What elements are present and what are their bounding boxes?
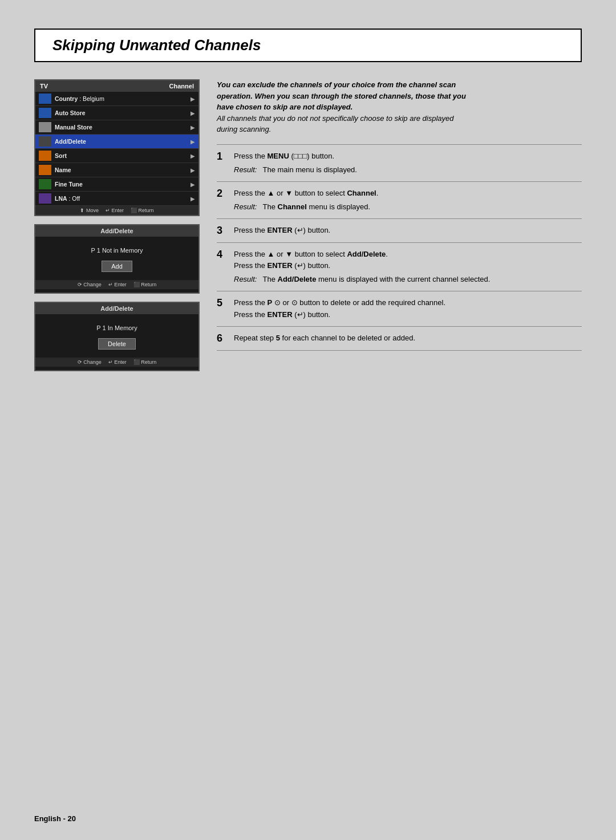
icon-name xyxy=(39,165,51,175)
step-5-number: 5 xyxy=(217,297,227,309)
menu-row-manualstore: Manual Store ▶ xyxy=(35,120,198,135)
footer1-return: ⬛ Return xyxy=(133,282,157,287)
menu-row-autostore: Auto Store ▶ xyxy=(35,106,198,120)
title-box: Skipping Unwanted Channels xyxy=(34,29,582,62)
footer2-enter: ↵ Enter xyxy=(108,359,127,365)
add-delete-header-2: Add/Delete xyxy=(35,303,198,314)
arrow-lna: ▶ xyxy=(191,196,195,202)
main-content: TV Channel Country : Belgium ▶ Auto Stor… xyxy=(34,79,582,379)
tv-label: TV xyxy=(40,83,48,90)
step-6-text: Repeat step 5 for each channel to be del… xyxy=(234,332,582,344)
arrow-autostore: ▶ xyxy=(191,110,195,116)
icon-sort xyxy=(39,151,51,161)
menu-row-sort: Sort ▶ xyxy=(35,149,198,163)
step-1-number: 1 xyxy=(217,151,227,163)
step-2: 2 Press the ▲ or ▼ button to select Chan… xyxy=(217,182,582,219)
menu-row-lna: LNA : Off ▶ xyxy=(35,192,198,206)
icon-lna xyxy=(39,193,51,204)
add-delete-header-1: Add/Delete xyxy=(35,225,198,237)
page-footer: English - 20 xyxy=(34,814,76,823)
menu-label-adddelete: Add/Delete xyxy=(55,138,191,145)
step-1-result: Result The main menu is displayed. xyxy=(234,164,582,176)
add-delete-panel-1: Add/Delete P 1 Not in Memory Add ⟳ Chang… xyxy=(34,224,200,294)
step-6-content: Repeat step 5 for each channel to be del… xyxy=(234,332,582,344)
step-3: 3 Press the ENTER (↵) button. xyxy=(217,219,582,243)
page: Skipping Unwanted Channels TV Channel Co… xyxy=(0,0,616,840)
step-4-content: Press the ▲ or ▼ button to select Add/De… xyxy=(234,249,582,285)
step-3-text: Press the ENTER (↵) button. xyxy=(234,225,582,236)
step-4-text2: Press the ENTER (↵) button. xyxy=(234,260,582,271)
page-title: Skipping Unwanted Channels xyxy=(52,36,564,54)
menu-label-name: Name xyxy=(55,167,191,173)
footer2-return: ⬛ Return xyxy=(133,359,157,365)
footer-text: English - 20 xyxy=(34,814,76,823)
arrow-name: ▶ xyxy=(191,167,195,173)
step-1-result-label: Result xyxy=(234,164,257,176)
arrow-manualstore: ▶ xyxy=(191,124,195,131)
steps-container: 1 Press the MENU (□□□) button. Result Th… xyxy=(217,144,582,351)
right-column: You can exclude the channels of your cho… xyxy=(217,79,582,379)
footer1-change: ⟳ Change xyxy=(78,282,102,287)
channel-info-1: P 1 Not in Memory xyxy=(40,247,194,254)
step-6-number: 6 xyxy=(217,332,227,344)
step-4-result-label: Result xyxy=(234,274,257,285)
add-delete-footer-1: ⟳ Change ↵ Enter ⬛ Return xyxy=(35,280,198,289)
step-3-number: 3 xyxy=(217,225,227,237)
menu-label-autostore: Auto Store xyxy=(55,109,191,116)
tv-menu-screenshot: TV Channel Country : Belgium ▶ Auto Stor… xyxy=(34,79,200,216)
step-1-content: Press the MENU (□□□) button. Result The … xyxy=(234,151,582,176)
step-2-result-text: The Channel menu is displayed. xyxy=(262,201,370,213)
menu-label-lna: LNA : Off xyxy=(55,195,191,202)
menu-row-finetune: Fine Tune ▶ xyxy=(35,177,198,192)
step-1-result-text: The main menu is displayed. xyxy=(262,164,356,176)
step-5-content: Press the P ⊙ or ⊙ button to delete or a… xyxy=(234,297,582,320)
step-1-text: Press the MENU (□□□) button. xyxy=(234,151,582,162)
arrow-adddelete: ▶ xyxy=(191,139,195,145)
icon-manualstore xyxy=(39,122,51,132)
intro-text: You can exclude the channels of your cho… xyxy=(217,79,582,135)
step-2-number: 2 xyxy=(217,188,227,200)
step-4-text: Press the ▲ or ▼ button to select Add/De… xyxy=(234,249,582,260)
step-2-content: Press the ▲ or ▼ button to select Channe… xyxy=(234,188,582,213)
arrow-finetune: ▶ xyxy=(191,181,195,188)
menu-row-adddelete: Add/Delete ▶ xyxy=(35,135,198,149)
delete-button: Delete xyxy=(98,338,136,350)
menu-label-country: Country : Belgium xyxy=(55,95,191,102)
step-5-text: Press the P ⊙ or ⊙ button to delete or a… xyxy=(234,297,582,309)
step-4-result: Result The Add/Delete menu is displayed … xyxy=(234,274,582,285)
arrow-sort: ▶ xyxy=(191,153,195,159)
intro-line1: You can exclude the channels of your cho… xyxy=(217,80,466,111)
arrow-country: ▶ xyxy=(191,96,195,102)
step-3-content: Press the ENTER (↵) button. xyxy=(234,225,582,236)
channel-label: Channel xyxy=(169,83,194,90)
footer2-change: ⟳ Change xyxy=(78,359,102,365)
step-2-text: Press the ▲ or ▼ button to select Channe… xyxy=(234,188,582,199)
footer-move: ⬆ Move xyxy=(80,208,99,213)
footer-enter: ↵ Enter xyxy=(106,208,124,213)
menu-label-manualstore: Manual Store xyxy=(55,124,191,131)
step-5: 5 Press the P ⊙ or ⊙ button to delete or… xyxy=(217,291,582,326)
left-column: TV Channel Country : Belgium ▶ Auto Stor… xyxy=(34,79,200,379)
icon-country xyxy=(39,94,51,104)
add-delete-body-2: P 1 In Memory Delete xyxy=(35,320,198,354)
add-delete-footer-2: ⟳ Change ↵ Enter ⬛ Return xyxy=(35,358,198,367)
channel-info-2: P 1 In Memory xyxy=(40,324,194,331)
step-6: 6 Repeat step 5 for each channel to be d… xyxy=(217,327,582,351)
add-delete-panel-2: Add/Delete P 1 In Memory Delete ⟳ Change… xyxy=(34,302,200,371)
footer1-enter: ↵ Enter xyxy=(108,282,127,287)
add-delete-body-1: P 1 Not in Memory Add xyxy=(35,242,198,277)
add-button: Add xyxy=(102,261,132,272)
step-2-result: Result The Channel menu is displayed. xyxy=(234,201,582,213)
step-1: 1 Press the MENU (□□□) button. Result Th… xyxy=(217,145,582,182)
tv-menu-footer: ⬆ Move ↵ Enter ⬛ Return xyxy=(35,206,198,215)
content-area: Skipping Unwanted Channels TV Channel Co… xyxy=(34,0,582,379)
icon-adddelete xyxy=(39,136,51,147)
step-4-number: 4 xyxy=(217,249,227,261)
step-4: 4 Press the ▲ or ▼ button to select Add/… xyxy=(217,243,582,291)
step-2-result-label: Result xyxy=(234,201,257,213)
step-4-result-text: The Add/Delete menu is displayed with th… xyxy=(262,274,490,285)
tv-menu-header: TV Channel xyxy=(35,80,198,92)
step-5-text2: Press the ENTER (↵) button. xyxy=(234,309,582,320)
icon-finetune xyxy=(39,179,51,189)
menu-label-sort: Sort xyxy=(55,152,191,159)
